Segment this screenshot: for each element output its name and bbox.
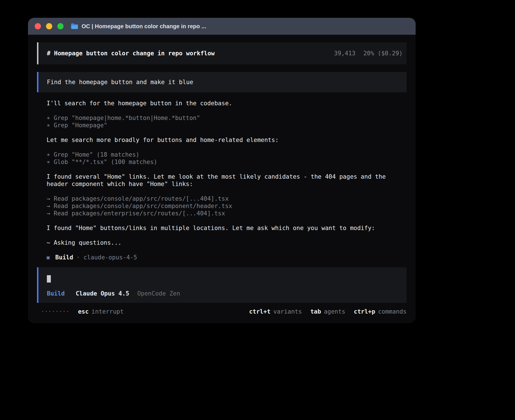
- assistant-response: I'll search for the homepage button in t…: [37, 100, 407, 261]
- minimize-button[interactable]: [46, 23, 52, 29]
- user-message: Find the homepage button and make it blu…: [37, 72, 407, 92]
- read-tool-call: → Read packages/console/app/src/routes/[…: [47, 195, 407, 202]
- terminal-window: OC | Homepage button color change in rep…: [28, 18, 416, 323]
- input-meta: Build Claude Opus 4.5 OpenCode Zen: [47, 290, 398, 297]
- window-title: OC | Homepage button color change in rep…: [82, 23, 206, 30]
- provider-indicator: OpenCode Zen: [137, 290, 180, 297]
- tool-call-group: → Read packages/console/app/src/routes/[…: [47, 195, 407, 217]
- shortcut-variants: ctrl+t variants: [249, 308, 302, 315]
- agent-model: claude-opus-4-5: [84, 254, 137, 261]
- grep-tool-call: ∗ Grep "Homepage": [47, 122, 407, 129]
- prompt-input[interactable]: Build Claude Opus 4.5 OpenCode Zen: [37, 267, 407, 303]
- agent-name: Build: [55, 254, 73, 261]
- spinner-dots-icon: ········: [41, 308, 69, 315]
- session-header: # Homepage button color change in repo w…: [37, 42, 407, 64]
- read-tool-call: → Read packages/enterprise/src/routes/[.…: [47, 210, 407, 217]
- token-count: 39,413: [334, 50, 355, 57]
- close-button[interactable]: [35, 23, 41, 29]
- grep-tool-call: ∗ Grep "Home" (18 matches): [47, 151, 407, 158]
- shortcut-label: interrupt: [91, 308, 124, 315]
- status-bar: ········ esc interrupt ctrl+t variants t…: [37, 308, 407, 315]
- zoom-button[interactable]: [57, 23, 64, 29]
- shortcut-key: ctrl+t: [249, 308, 270, 315]
- shortcut-label: commands: [378, 308, 407, 315]
- traffic-lights: [35, 23, 64, 29]
- shortcut-key: ctrl+p: [354, 308, 375, 315]
- title-group: OC | Homepage button color change in rep…: [71, 23, 206, 30]
- mode-indicator[interactable]: Build: [47, 290, 65, 297]
- shortcut-interrupt: esc interrupt: [78, 308, 124, 315]
- agent-square-icon: ▣: [47, 254, 50, 261]
- text-cursor: [47, 275, 51, 283]
- assistant-paragraph: Let me search more broadly for buttons a…: [47, 136, 407, 144]
- status-bar-left: ········ esc interrupt: [37, 308, 124, 315]
- assistant-paragraph: I'll search for the homepage button in t…: [47, 100, 407, 107]
- shortcut-commands: ctrl+p commands: [354, 308, 407, 315]
- read-tool-call: → Read packages/console/app/src/componen…: [47, 202, 407, 210]
- folder-icon: [71, 23, 78, 29]
- user-message-text: Find the homepage button and make it blu…: [47, 78, 193, 86]
- agent-status-line: ▣ Build · claude-opus-4-5: [47, 254, 407, 261]
- assistant-paragraph: I found "Home" buttons/links in multiple…: [47, 224, 407, 232]
- shortcut-agents: tab agents: [310, 308, 345, 315]
- model-indicator[interactable]: Claude Opus 4.5: [76, 290, 129, 297]
- shortcut-key: esc: [78, 308, 89, 315]
- shortcut-label: variants: [273, 308, 302, 315]
- grep-tool-call: ∗ Grep "homepage|home.*button|Home.*butt…: [47, 114, 407, 122]
- tool-call-group: ∗ Grep "homepage|home.*button|Home.*butt…: [47, 114, 407, 129]
- shortcut-key: tab: [310, 308, 321, 315]
- shortcut-label: agents: [324, 308, 345, 315]
- session-title: # Homepage button color change in repo w…: [47, 50, 215, 57]
- asking-questions-status: ~ Asking questions...: [47, 239, 407, 246]
- tool-call-group: ∗ Grep "Home" (18 matches) ∗ Glob "**/*.…: [47, 151, 407, 166]
- glob-tool-call: ∗ Glob "**/*.tsx" (100 matches): [47, 158, 407, 166]
- terminal-content: # Homepage button color change in repo w…: [28, 35, 416, 323]
- window-titlebar: OC | Homepage button color change in rep…: [28, 18, 416, 35]
- status-separator: ·: [77, 254, 80, 261]
- context-cost: 20% ($0.29): [363, 50, 403, 57]
- session-stats: 39,413 20% ($0.29): [334, 50, 403, 57]
- assistant-paragraph: I found several "Home" links. Let me loo…: [47, 173, 407, 188]
- status-bar-right: ctrl+t variants tab agents ctrl+p comman…: [249, 308, 407, 315]
